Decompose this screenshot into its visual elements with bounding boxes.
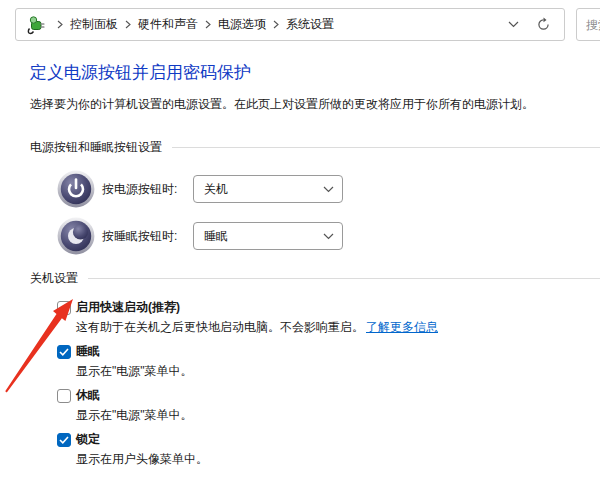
power-button-row: 按电源按钮时: 关机 <box>57 170 600 208</box>
dropdown-value: 睡眠 <box>204 228 323 245</box>
sleep-checkbox[interactable] <box>57 345 71 359</box>
sleep-button-icon <box>57 217 95 255</box>
checkbox-description: 显示在"电源"菜单中。 <box>76 363 600 380</box>
lock-checkbox[interactable] <box>57 433 71 447</box>
main-content: 定义电源按钮并启用密码保护 选择要为你的计算机设置的电源设置。在此页上对设置所做… <box>0 0 600 475</box>
checkbox-label: 启用快速启动(推荐) <box>76 299 180 316</box>
checkbox-label: 休眠 <box>76 387 100 404</box>
hibernate-item: 休眠 显示在"电源"菜单中。 <box>57 387 600 424</box>
dropdown-value: 关机 <box>204 181 323 198</box>
hibernate-checkbox[interactable] <box>57 389 71 403</box>
checkbox-label: 睡眠 <box>76 343 100 360</box>
section-rule <box>172 147 600 148</box>
checkbox-label: 锁定 <box>76 431 100 448</box>
checkbox-description: 显示在"电源"菜单中。 <box>76 407 600 424</box>
page-subtitle: 选择要为你的计算机设置的电源设置。在此页上对设置所做的更改将应用于你所有的电源计… <box>30 95 600 113</box>
page-title: 定义电源按钮并启用密码保护 <box>30 60 600 86</box>
section-header-shutdown: 关机设置 <box>30 270 600 287</box>
sleep-item: 睡眠 显示在"电源"菜单中。 <box>57 343 600 380</box>
section-header-label: 关机设置 <box>30 270 78 287</box>
checkbox-description: 这有助于在关机之后更快地启动电脑。不会影响重启。了解更多信息 <box>76 319 600 336</box>
sleep-button-row: 按睡眠按钮时: 睡眠 <box>57 217 600 255</box>
description-text: 这有助于在关机之后更快地启动电脑。不会影响重启。 <box>76 320 364 334</box>
power-button-dropdown[interactable]: 关机 <box>193 175 343 203</box>
sleep-button-dropdown[interactable]: 睡眠 <box>193 222 343 250</box>
power-button-label: 按电源按钮时: <box>102 181 193 198</box>
chevron-down-icon <box>323 233 334 240</box>
sleep-button-label: 按睡眠按钮时: <box>102 228 193 245</box>
learn-more-link[interactable]: 了解更多信息 <box>366 320 438 334</box>
section-rule <box>88 278 600 279</box>
fast-startup-checkbox[interactable] <box>57 301 71 315</box>
power-button-icon <box>57 170 95 208</box>
chevron-down-icon <box>323 186 334 193</box>
checkbox-description: 显示在用户头像菜单中。 <box>76 451 600 468</box>
fast-startup-item: 启用快速启动(推荐) 这有助于在关机之后更快地启动电脑。不会影响重启。了解更多信… <box>57 299 600 336</box>
shutdown-settings-list: 启用快速启动(推荐) 这有助于在关机之后更快地启动电脑。不会影响重启。了解更多信… <box>57 299 600 468</box>
section-header-buttons: 电源按钮和睡眠按钮设置 <box>30 139 600 156</box>
lock-item: 锁定 显示在用户头像菜单中。 <box>57 431 600 468</box>
section-header-label: 电源按钮和睡眠按钮设置 <box>30 139 162 156</box>
